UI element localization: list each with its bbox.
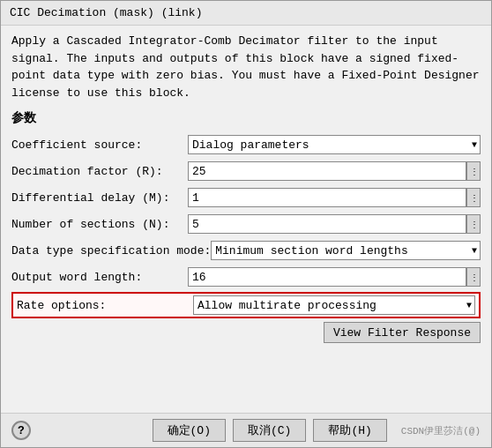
view-filter-row: View Filter Response — [11, 322, 481, 343]
coefficient-source-select[interactable]: Dialog parameters Input port — [188, 135, 481, 154]
coefficient-source-select-wrapper: Dialog parameters Input port ▼ — [188, 135, 481, 154]
help-icon: ? — [18, 424, 25, 437]
decimation-factor-row: Decimation factor (R): ⋮ — [11, 160, 481, 183]
cancel-button[interactable]: 取消(C) — [233, 419, 306, 442]
data-type-spec-label: Data type specification mode: — [11, 244, 211, 258]
title-text: CIC Decimation (mask) (link) — [10, 6, 202, 19]
help-button[interactable]: ? — [11, 421, 31, 440]
data-type-spec-row: Data type specification mode: Minimum se… — [11, 239, 481, 262]
title-bar: CIC Decimation (mask) (link) — [1, 1, 491, 26]
decimation-factor-label: Decimation factor (R): — [11, 165, 188, 178]
differential-delay-input[interactable] — [188, 188, 466, 207]
apply-button[interactable]: 帮助(H) — [313, 419, 386, 442]
rate-options-select[interactable]: Allow multirate processing Enforce singl… — [193, 295, 475, 315]
differential-delay-input-wrapper: ⋮ — [188, 188, 481, 207]
content-area: Apply a Cascaded Integrator-Comb Decimat… — [1, 26, 491, 413]
rate-options-label: Rate options: — [17, 299, 193, 312]
num-sections-input[interactable] — [188, 214, 466, 234]
decimation-factor-dots-btn[interactable]: ⋮ — [466, 161, 481, 181]
output-word-length-input-wrapper: ⋮ — [188, 267, 481, 287]
view-filter-btn[interactable]: View Filter Response — [324, 322, 481, 343]
rate-options-row: Rate options: Allow multirate processing… — [11, 292, 481, 318]
num-sections-input-wrapper: ⋮ — [188, 214, 481, 234]
differential-delay-label: Differential delay (M): — [11, 191, 188, 205]
ok-button[interactable]: 确定(O) — [153, 419, 226, 442]
coefficient-source-row: Coefficient source: Dialog parameters In… — [11, 133, 481, 156]
decimation-factor-input[interactable] — [188, 161, 466, 181]
bottom-bar: ? 确定(O) 取消(C) 帮助(H) CSDN伊里莎洁(@) — [1, 413, 491, 447]
num-sections-row: Number of sections (N): ⋮ — [11, 213, 481, 235]
differential-delay-row: Differential delay (M): ⋮ — [11, 186, 481, 209]
bottom-buttons: 确定(O) 取消(C) 帮助(H) CSDN伊里莎洁(@) — [153, 419, 481, 442]
output-word-length-input[interactable] — [188, 267, 466, 287]
section-label: 参数 — [11, 110, 481, 126]
output-word-length-dots-btn[interactable]: ⋮ — [466, 267, 481, 287]
description-text: Apply a Cascaded Integrator-Comb Decimat… — [11, 33, 481, 101]
rate-options-select-wrapper: Allow multirate processing Enforce singl… — [193, 295, 475, 315]
coefficient-source-label: Coefficient source: — [11, 138, 188, 152]
watermark-text: CSDN伊里莎洁(@) — [401, 424, 481, 437]
decimation-factor-input-wrapper: ⋮ — [188, 161, 481, 181]
dialog-window: CIC Decimation (mask) (link) Apply a Cas… — [0, 0, 492, 448]
differential-delay-dots-btn[interactable]: ⋮ — [466, 188, 481, 207]
bottom-left: ? — [11, 421, 31, 440]
output-word-length-label: Output word length: — [11, 271, 188, 284]
output-word-length-row: Output word length: ⋮ — [11, 265, 481, 288]
data-type-spec-select-wrapper: Minimum section word lengths Specify wor… — [211, 241, 481, 260]
num-sections-dots-btn[interactable]: ⋮ — [466, 214, 481, 234]
num-sections-label: Number of sections (N): — [11, 218, 188, 231]
data-type-spec-select[interactable]: Minimum section word lengths Specify wor… — [211, 241, 481, 260]
